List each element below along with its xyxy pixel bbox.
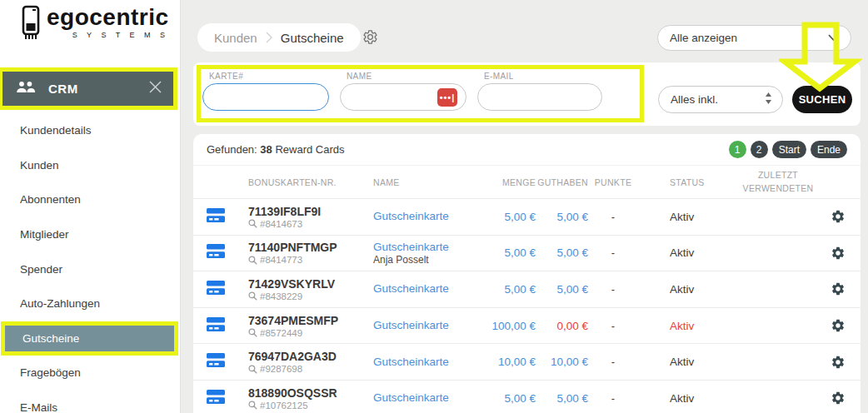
- table-row: 76947DA2GA3D #9287698 Gutscheinkarte 10,…: [193, 343, 861, 380]
- card-number: 73674PMESMFP: [248, 314, 373, 327]
- menge-value: 5,00 €: [490, 392, 536, 405]
- status-value: Aktiv: [670, 211, 736, 223]
- magnifier-icon: [248, 365, 257, 374]
- card-name-link[interactable]: Gutscheinkarte: [373, 319, 490, 331]
- card-number: 818890OSQSSR: [248, 386, 373, 400]
- card-name-link[interactable]: Gutscheinkarte: [373, 391, 490, 404]
- pagination-start-button[interactable]: Start: [772, 141, 806, 158]
- bonus-card-icon: [207, 281, 248, 298]
- col-status: STATUS: [670, 177, 736, 187]
- col-guthaben: GUTHABEN: [536, 177, 588, 187]
- pagination-page-2[interactable]: 2: [751, 141, 768, 158]
- table-body: 71139IF8LF9I #8414673 Gutscheinkarte 5,0…: [193, 198, 861, 413]
- sidebar-item-kundendetails[interactable]: Kundendetails: [0, 113, 181, 148]
- card-number: 71139IF8LF9I: [248, 205, 373, 218]
- col-name: NAME: [373, 177, 490, 187]
- bonus-card-icon: [207, 353, 248, 371]
- settings-gear-icon[interactable]: [362, 29, 378, 48]
- sidebar-nav: KundendetailsKundenAbonnentenMitgliederS…: [0, 113, 181, 413]
- pagination-end-button[interactable]: Ende: [811, 141, 847, 158]
- guthaben-value: 5,00 €: [536, 392, 588, 405]
- punkte-value: -: [588, 320, 638, 332]
- table-row: 71139IF8LF9I #8414673 Gutscheinkarte 5,0…: [193, 198, 861, 235]
- magnifier-icon: [248, 219, 257, 228]
- sidebar-item-kunden[interactable]: Kunden: [0, 148, 181, 183]
- crm-label: CRM: [48, 82, 149, 96]
- card-number: 71429VSKYRLV: [248, 277, 373, 291]
- breadcrumb: Kunden Gutscheine: [197, 23, 361, 52]
- sidebar: egocentric S Y S T E M S CRM: [0, 0, 181, 413]
- card-ref[interactable]: #8572449: [248, 328, 373, 338]
- sidebar-item-gutscheine[interactable]: Gutscheine: [1, 321, 178, 356]
- results-header: Gefunden: 38 Reward Cards 1 2 Start Ende: [193, 134, 861, 165]
- row-settings-gear-icon[interactable]: [829, 280, 847, 298]
- table-row: 71429VSKYRLV #8438229 Gutscheinkarte 5,0…: [193, 271, 861, 307]
- card-name-link[interactable]: Gutscheinkarte: [373, 282, 490, 295]
- card-holder: Anja Posselt: [373, 254, 490, 266]
- col-zuletzt-verwendeten: ZULETZT VERWENDETEN: [736, 169, 820, 194]
- pagination: 1 2 Start Ende: [729, 141, 847, 158]
- status-value: Aktiv: [670, 356, 736, 368]
- include-filter-select[interactable]: Alles inkl.: [658, 86, 783, 113]
- brand-subtitle: S Y S T E M S: [47, 31, 169, 39]
- sidebar-item-abonnenten[interactable]: Abonnenten: [0, 182, 181, 217]
- card-ref[interactable]: #8438229: [248, 291, 373, 301]
- col-punkte: PUNKTE: [588, 177, 638, 187]
- card-ref[interactable]: #8414673: [248, 219, 373, 229]
- app-root: Kunden Gutscheine Alle anzeigen KARTE#: [0, 0, 868, 413]
- guthaben-value: 5,00 €: [536, 211, 588, 223]
- card-number: 71140PNFTMGP: [248, 241, 373, 254]
- table-column-headers: BONUSKARTEN-NR. NAME MENGE GUTHABEN PUNK…: [193, 165, 861, 198]
- table-row: 818890OSQSSR #10762125 Gutscheinkarte 5,…: [193, 380, 861, 413]
- sidebar-item-mitglieder[interactable]: Mitglieder: [0, 217, 181, 252]
- punkte-value: -: [588, 356, 638, 368]
- card-name-link[interactable]: Gutscheinkarte: [373, 356, 490, 368]
- row-settings-gear-icon[interactable]: [829, 316, 847, 335]
- row-settings-gear-icon[interactable]: [829, 244, 847, 262]
- breadcrumb-kunden[interactable]: Kunden: [214, 31, 257, 45]
- menge-value: 5,00 €: [490, 246, 536, 259]
- sidebar-item-frageb-gen[interactable]: Fragebögen: [0, 356, 181, 391]
- brand-logo: egocentric S Y S T E M S: [22, 5, 169, 43]
- sidebar-item-spender[interactable]: Spender: [0, 251, 181, 286]
- row-settings-gear-icon[interactable]: [829, 353, 847, 371]
- card-name-link[interactable]: Gutscheinkarte: [373, 241, 490, 253]
- row-settings-gear-icon[interactable]: [829, 207, 847, 226]
- punkte-value: -: [588, 246, 638, 259]
- close-icon[interactable]: [149, 81, 162, 97]
- sidebar-item-e-mails[interactable]: E-Mails: [0, 391, 181, 413]
- card-ref[interactable]: #8414773: [248, 255, 373, 265]
- bonus-card-icon: [207, 390, 248, 407]
- view-filter-value: Alle anzeigen: [670, 32, 737, 44]
- guthaben-value: 5,00 €: [536, 283, 588, 296]
- card-ref[interactable]: #9287698: [248, 364, 373, 374]
- breadcrumb-gutscheine: Gutscheine: [281, 31, 344, 45]
- updown-arrows-icon: [765, 92, 772, 107]
- table-row: 71140PNFTMGP #8414773 Gutscheinkarte Anj…: [193, 235, 861, 271]
- card-name-link[interactable]: Gutscheinkarte: [373, 210, 490, 222]
- menge-value: 10,00 €: [490, 356, 536, 368]
- include-filter-value: Alles inkl.: [671, 93, 718, 106]
- guthaben-value: 0,00 €: [536, 320, 588, 332]
- bonus-card-icon: [207, 244, 248, 261]
- pagination-page-1[interactable]: 1: [729, 141, 746, 158]
- results-summary: Gefunden: 38 Reward Cards: [207, 143, 729, 156]
- guthaben-value: 5,00 €: [536, 246, 588, 259]
- punkte-value: -: [588, 283, 638, 296]
- status-value: Aktiv: [670, 392, 736, 405]
- crm-module-header[interactable]: CRM: [2, 72, 173, 106]
- highlight-box-crm: CRM: [0, 67, 177, 110]
- menge-value: 5,00 €: [490, 283, 536, 296]
- card-ref[interactable]: #10762125: [248, 401, 373, 411]
- row-settings-gear-icon[interactable]: [829, 389, 847, 407]
- view-filter-select[interactable]: Alle anzeigen: [657, 25, 851, 51]
- sidebar-item-auto-zahlungen[interactable]: Auto-Zahlungen: [0, 286, 181, 321]
- col-menge: MENGE: [490, 177, 536, 187]
- main-content: Kunden Gutscheine Alle anzeigen KARTE#: [181, 0, 868, 413]
- guthaben-value: 10,00 €: [536, 356, 588, 368]
- suchen-button[interactable]: SUCHEN: [792, 86, 852, 113]
- magnifier-icon: [248, 291, 257, 301]
- punkte-value: -: [588, 211, 638, 223]
- punkte-value: -: [588, 392, 638, 405]
- search-panel: KARTE# NAME •••| E-MAIL Alles inkl.: [193, 62, 861, 126]
